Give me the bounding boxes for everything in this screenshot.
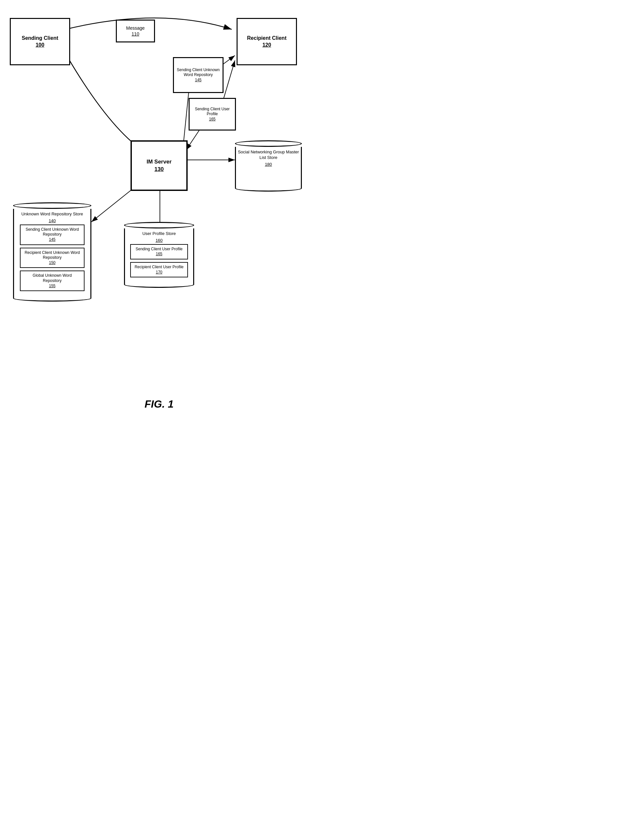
profile-recipient-client-box: Recipient Client User Profile 170 — [130, 262, 188, 277]
uwr-store-id: 140 — [49, 218, 56, 223]
sending-client-uwr-box: Sending Client Unknown Word Repository 1… — [173, 57, 224, 93]
social-cylinder-body: Social Networking Group Master List Stor… — [235, 147, 302, 186]
profile-recipient-id: 170 — [134, 270, 185, 275]
profile-cylinder-bottom — [124, 281, 194, 288]
sending-client-label: Sending Client — [22, 35, 58, 42]
profile-sending-label: Sending Client User Profile — [136, 247, 182, 251]
user-profile-store-cylinder: User Profile Store 160 Sending Client Us… — [124, 222, 194, 288]
figure-caption: FIG. 1 — [0, 398, 318, 417]
im-server-id: 130 — [155, 166, 164, 173]
sending-client-id: 100 — [36, 42, 44, 49]
social-cylinder-bottom — [235, 185, 302, 191]
profile-store-id: 160 — [156, 238, 163, 243]
profile-recipient-label: Recipient Client User Profile — [134, 265, 183, 269]
sending-client-profile-id: 165 — [209, 117, 215, 122]
profile-store-title: User Profile Store — [142, 231, 176, 237]
sending-client-box: Sending Client 100 — [10, 18, 70, 65]
uwr-recipient-id: 150 — [23, 261, 82, 266]
uwr-store-title: Unknown Word Repository Store — [21, 212, 83, 217]
recipient-client-id: 120 — [262, 42, 271, 49]
figure-caption-text: FIG. 1 — [145, 398, 174, 410]
message-label: Message — [126, 25, 145, 31]
uwr-cylinder-top — [13, 202, 92, 209]
uwr-store-cylinder: Unknown Word Repository Store 140 Sendin… — [13, 202, 92, 302]
message-box: Message 110 — [116, 20, 155, 43]
social-store-title: Social Networking Group Master List Stor… — [236, 150, 301, 161]
message-id: 110 — [131, 31, 139, 37]
recipient-client-label: Recipient Client — [247, 35, 287, 42]
recipient-client-box: Recipient Client 120 — [237, 18, 297, 65]
social-cylinder-top — [235, 141, 302, 147]
profile-sending-id: 165 — [134, 252, 185, 257]
uwr-global-id: 155 — [23, 284, 82, 289]
uwr-recipient-label: Recipient Client Unknown Word Repository — [24, 250, 80, 260]
sending-client-profile-label: Sending Client User Profile — [189, 107, 235, 117]
profile-cylinder-body: User Profile Store 160 Sending Client Us… — [124, 229, 194, 282]
uwr-sending-client-box: Sending Client Unknown Word Repository 1… — [20, 224, 85, 245]
sending-client-uwr-label: Sending Client Unknown Word Repository — [174, 68, 223, 78]
uwr-sending-label: Sending Client Unknown Word Repository — [25, 227, 79, 237]
sending-client-profile-box: Sending Client User Profile 165 — [189, 98, 236, 131]
social-store-id: 180 — [265, 162, 272, 167]
social-networking-cylinder: Social Networking Group Master List Stor… — [235, 141, 302, 191]
uwr-global-label: Global Unknown Word Repository — [33, 273, 72, 283]
profile-cylinder-top — [124, 222, 194, 229]
im-server-box: IM Server 130 — [131, 141, 188, 191]
uwr-cylinder-bottom — [13, 295, 92, 302]
uwr-sending-id: 145 — [23, 237, 82, 243]
im-server-label: IM Server — [147, 158, 172, 166]
sending-client-uwr-id: 145 — [195, 78, 201, 83]
uwr-global-box: Global Unknown Word Repository 155 — [20, 270, 85, 291]
profile-sending-client-box: Sending Client User Profile 165 — [130, 244, 188, 259]
uwr-recipient-client-box: Recipient Client Unknown Word Repository… — [20, 248, 85, 268]
uwr-cylinder-body: Unknown Word Repository Store 140 Sendin… — [13, 209, 92, 296]
